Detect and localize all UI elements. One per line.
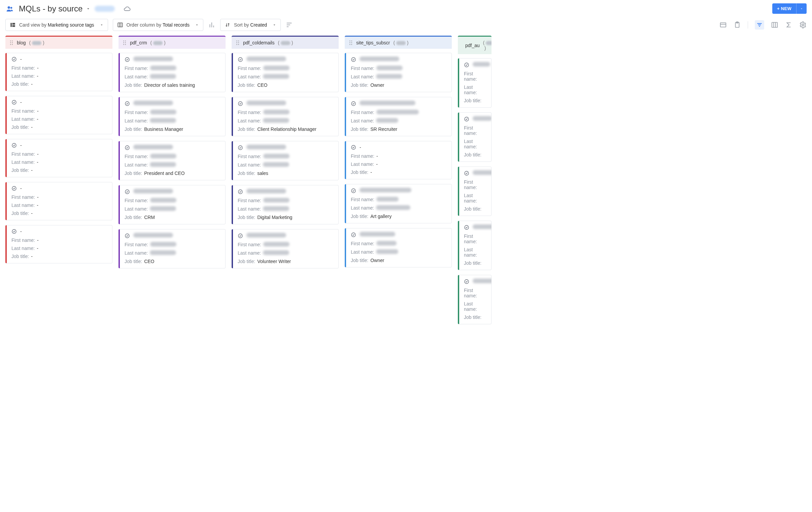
svg-rect-14 <box>720 23 726 27</box>
bar-chart-icon[interactable] <box>208 21 215 29</box>
record-card[interactable]: First name:Last name:Job title: <box>458 221 492 270</box>
record-card[interactable]: -First name:-Last name:-Job title:- <box>345 141 452 179</box>
svg-point-24 <box>802 24 804 26</box>
field-job-title: Job title:- <box>11 124 108 130</box>
record-card[interactable]: First name:Last name:Job title:Director … <box>118 53 226 92</box>
column-header[interactable]: site_tips_subscr( ) <box>345 36 452 49</box>
field-job-title: Job title:Digital Marketing <box>238 215 334 220</box>
field-last-name: Last name:- <box>11 246 108 251</box>
check-circle-icon <box>351 101 356 106</box>
job-title-value: - <box>31 82 33 87</box>
record-card[interactable]: First name:Last name:Job title:sales <box>232 141 339 180</box>
field-job-title: Job title:- <box>351 170 447 175</box>
field-last-name: Last name: <box>124 250 221 256</box>
job-title-value: CEO <box>257 83 267 88</box>
card-title: - <box>20 229 22 234</box>
check-circle-icon <box>351 188 356 193</box>
record-card[interactable]: -First name:-Last name:-Job title:- <box>5 225 112 263</box>
last-name-value: - <box>37 159 38 165</box>
card-title <box>133 57 173 62</box>
order-column-selector[interactable]: Order column by Total records <box>113 19 204 31</box>
card-title: - <box>20 57 22 62</box>
record-card[interactable]: First name:Last name:Job title: <box>458 167 492 216</box>
record-card[interactable]: First name:Last name:Job title:Volunteer… <box>232 229 339 268</box>
sort-selector[interactable]: Sort by Created <box>220 19 281 31</box>
check-circle-icon <box>11 57 17 62</box>
people-icon <box>5 5 14 12</box>
first-name-value <box>263 198 290 204</box>
first-name-value <box>376 197 399 203</box>
view-subtitle-redacted <box>95 6 115 12</box>
record-card[interactable]: First name:Last name:Job title:Digital M… <box>232 185 339 224</box>
record-card[interactable]: First name:Last name:Job title:CEO <box>118 229 226 268</box>
column-count: ( ) <box>278 40 293 46</box>
columns-toggle-icon[interactable] <box>771 21 778 29</box>
record-card[interactable]: -First name:-Last name:-Job title:- <box>5 139 112 177</box>
gear-icon[interactable] <box>799 21 807 29</box>
filter-icon[interactable] <box>755 20 764 30</box>
record-card[interactable]: First name:Last name:Job title:Owner <box>345 53 452 92</box>
svg-rect-2 <box>10 23 12 27</box>
record-card[interactable]: First name:Last name:Job title:SR Recrui… <box>345 97 452 136</box>
check-circle-icon <box>238 189 243 194</box>
new-button[interactable]: + NEW <box>772 3 796 14</box>
field-first-name: First name: <box>351 197 447 203</box>
column-header[interactable]: pdf_au( ) <box>458 36 492 54</box>
field-first-name: First name:- <box>11 238 108 243</box>
field-last-name: Last name: <box>464 193 487 204</box>
kanban-column: blog( )-First name:-Last name:-Job title… <box>5 36 112 324</box>
record-card[interactable]: First name:Last name:Job title:President… <box>118 141 226 180</box>
card-title-row <box>351 188 447 193</box>
field-last-name: Last name:- <box>11 203 108 208</box>
clipboard-icon[interactable] <box>733 21 741 29</box>
card-layout-icon[interactable] <box>719 21 727 29</box>
card-title <box>246 233 286 239</box>
chevron-down-icon <box>800 7 803 10</box>
first-name-value <box>376 110 419 115</box>
card-title-row <box>351 57 447 62</box>
record-card[interactable]: First name:Last name:Job title: <box>458 58 492 108</box>
record-card[interactable]: First name:Last name:Job title:CEO <box>232 53 339 92</box>
record-card[interactable]: First name:Last name:Job title:Business … <box>118 97 226 136</box>
svg-point-79 <box>465 279 469 283</box>
last-name-value <box>376 205 410 211</box>
record-card[interactable]: First name:Last name:Job title:CRM <box>118 185 226 224</box>
card-view-selector[interactable]: Card view by Marketing source tags <box>5 19 108 31</box>
new-button-caret[interactable] <box>796 3 807 14</box>
card-title-row <box>124 145 221 150</box>
record-card[interactable]: First name:Last name:Job title: <box>458 275 492 324</box>
column-header[interactable]: pdf_coldemails( ) <box>232 36 339 49</box>
field-last-name: Last name: <box>464 85 487 95</box>
grip-icon <box>122 40 126 45</box>
svg-point-66 <box>351 145 355 149</box>
sigma-icon[interactable] <box>785 21 792 29</box>
job-title-value: Business Manager <box>144 126 183 132</box>
job-title-value: - <box>31 254 33 259</box>
record-card[interactable]: First name:Last name:Job title:Client Re… <box>232 97 339 136</box>
record-card[interactable]: -First name:-Last name:-Job title:- <box>5 182 112 220</box>
svg-point-48 <box>238 40 239 41</box>
field-first-name: First name: <box>238 198 334 204</box>
cloud-icon[interactable] <box>122 5 132 12</box>
sort-lines-icon[interactable] <box>286 21 293 29</box>
record-card[interactable]: -First name:-Last name:-Job title:- <box>5 53 112 91</box>
svg-point-65 <box>351 101 355 106</box>
record-card[interactable]: -First name:-Last name:-Job title:- <box>5 96 112 134</box>
view-title[interactable]: MQLs - by source <box>19 4 91 13</box>
field-job-title: Job title: <box>464 206 487 212</box>
record-card[interactable]: First name:Last name:Job title:Owner <box>345 228 452 267</box>
column-header[interactable]: pdf_crm( ) <box>118 36 226 49</box>
column-count: ( ) <box>29 40 44 46</box>
record-card[interactable]: First name:Last name:Job title:Art galle… <box>345 184 452 223</box>
grip-icon <box>236 40 240 45</box>
column-header[interactable]: blog( ) <box>5 36 112 49</box>
field-job-title: Job title:Client Relationship Manager <box>238 126 334 132</box>
last-name-value: - <box>37 203 38 208</box>
record-card[interactable]: First name:Last name:Job title: <box>458 112 492 162</box>
check-circle-icon <box>351 145 356 150</box>
svg-point-42 <box>125 58 129 62</box>
column-name: site_tips_subscr <box>356 40 390 46</box>
column-cards: First name:Last name:Job title:OwnerFirs… <box>345 49 452 267</box>
svg-point-49 <box>236 42 237 43</box>
svg-point-39 <box>125 42 126 43</box>
